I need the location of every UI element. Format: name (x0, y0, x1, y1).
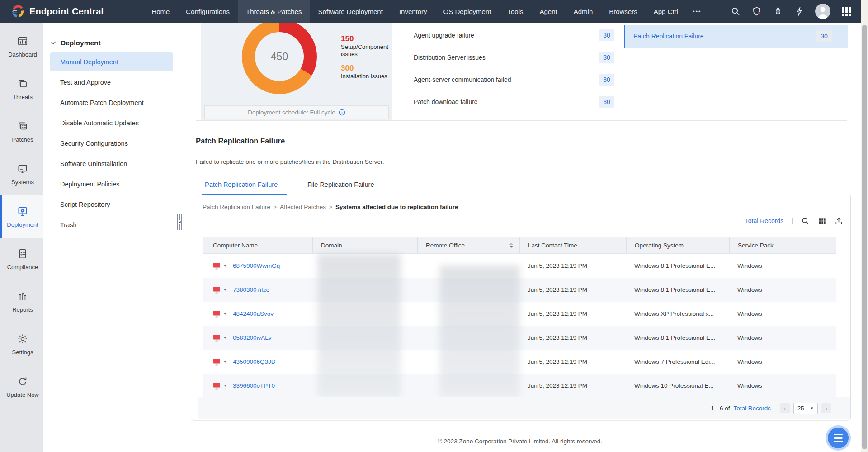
rail-item-deployment[interactable]: Deployment (0, 195, 43, 238)
rail-item-compliance[interactable]: Compliance (0, 238, 43, 281)
column-header-computer-name[interactable]: Computer Name (203, 237, 312, 253)
pagination-total-records-link[interactable]: Total Records (733, 405, 771, 412)
column-chooser-icon[interactable] (817, 216, 826, 225)
sidebar-item-automate-patch-deployment[interactable]: Automate Patch Deployment (50, 93, 173, 112)
failure-count-badge[interactable]: 30 (599, 52, 614, 63)
brand[interactable]: Endpoint Central (0, 5, 117, 18)
failure-item-distribution-server[interactable]: Distribution Server issues 30 (414, 46, 616, 68)
sidebar-section-header[interactable]: Deployment (43, 23, 179, 52)
rail-item-reports[interactable]: Reports (0, 281, 43, 323)
sort-icon[interactable] (509, 243, 513, 248)
total-records-link[interactable]: Total Records (745, 217, 784, 224)
computer-name-link[interactable]: 73803007ifzo (233, 286, 269, 293)
column-header-remote-office[interactable]: Remote Office (417, 237, 519, 253)
computer-name-link[interactable]: 0583200ivALv (233, 334, 272, 341)
nav-item-configurations[interactable]: Configurations (178, 0, 238, 23)
nav-item-inventory[interactable]: Inventory (391, 0, 435, 23)
rail-item-patches[interactable]: Patches (0, 110, 43, 153)
next-page-button[interactable]: › (821, 403, 831, 413)
failure-count-badge[interactable]: 30 (599, 29, 614, 41)
rail-item-settings[interactable]: Settings (0, 323, 43, 366)
legend-label-installation: Installation issues (341, 73, 394, 80)
sidebar-item-test-and-approve[interactable]: Test and Approve (50, 73, 173, 92)
apps-grid-icon[interactable] (841, 6, 852, 17)
nav-item-agent[interactable]: Agent (532, 0, 566, 23)
tab-file-replication-failure[interactable]: File Replication Failure (307, 181, 374, 188)
page: Endpoint Central Home Configurations Thr… (0, 0, 868, 452)
sidebar-header-label: Deployment (61, 39, 101, 47)
page-size-select[interactable]: 25 ▼ (793, 403, 818, 414)
row-dropdown-caret-icon[interactable]: ▼ (223, 288, 227, 292)
computer-name-link[interactable]: 43509006Q3JD (233, 358, 276, 365)
sidebar-item-trash[interactable]: Trash (50, 215, 173, 234)
failure-count-badge[interactable]: 30 (599, 74, 614, 86)
nav-more-ellipsis-icon[interactable]: ••• (686, 0, 708, 23)
failure-count-badge[interactable]: 30 (599, 96, 614, 108)
failure-item-patch-replication-selected[interactable]: Patch Replication Failure 30 (624, 25, 848, 48)
breadcrumb-link-patch-replication[interactable]: Patch Replication Failure (203, 204, 270, 210)
column-header-domain[interactable]: Domain (312, 237, 417, 253)
table-search-icon[interactable] (801, 216, 810, 225)
sidebar-item-deployment-policies[interactable]: Deployment Policies (50, 175, 173, 194)
row-dropdown-caret-icon[interactable]: ▼ (223, 384, 227, 388)
user-avatar[interactable] (815, 4, 830, 19)
nav-item-tools[interactable]: Tools (499, 0, 531, 23)
flash-icon[interactable] (794, 6, 805, 17)
sidebar-item-disable-automatic-updates[interactable]: Disable Automatic Updates (50, 114, 173, 133)
nav-item-browsers[interactable]: Browsers (601, 0, 646, 23)
row-dropdown-caret-icon[interactable]: ▼ (223, 336, 227, 340)
shield-icon[interactable] (751, 6, 762, 17)
export-icon[interactable] (834, 216, 843, 225)
sidebar-collapse-handle[interactable]: ◄ (177, 214, 182, 230)
breadcrumb-link-affected-patches[interactable]: Affected Patches (280, 204, 326, 210)
computer-monitor-icon[interactable] (213, 310, 221, 318)
nav-item-admin[interactable]: Admin (566, 0, 601, 23)
failure-item-patch-download[interactable]: Patch download failure 30 (414, 90, 616, 113)
nav-item-software-deployment[interactable]: Software Deployment (310, 0, 391, 23)
sidebar-item-security-configurations[interactable]: Security Configurations (50, 134, 173, 153)
failure-item-agent-upgrade[interactable]: Agent upgrade failure 30 (414, 24, 616, 46)
computer-name-link[interactable]: 3396600oTPT0 (233, 382, 275, 389)
sidebar-item-software-uninstallation[interactable]: Software Uninstallation (50, 154, 173, 173)
row-dropdown-caret-icon[interactable]: ▼ (223, 312, 227, 316)
computer-name-link[interactable]: 6875900WwmGq (233, 262, 280, 269)
rail-item-threats[interactable]: Threats (0, 68, 43, 110)
row-dropdown-caret-icon[interactable]: ▼ (223, 360, 227, 364)
computer-name-link[interactable]: 4842400aSvov (233, 310, 274, 317)
column-header-operating-system[interactable]: Operating System (626, 237, 729, 253)
remote-office-cell (417, 350, 519, 374)
computer-monitor-icon[interactable] (213, 262, 221, 270)
floating-menu-button[interactable] (828, 428, 849, 448)
computer-monitor-icon[interactable] (213, 382, 221, 390)
zoho-corporation-link[interactable]: Zoho Corporation Private Limited. (459, 438, 550, 445)
table-row: ▼ 43509006Q3JD Jun 5, 2023 12:19 PM Wind… (203, 350, 836, 374)
search-icon[interactable] (730, 6, 741, 17)
info-icon[interactable] (339, 109, 345, 116)
table-row: ▼ 0583200ivALv Jun 5, 2023 12:19 PM Wind… (203, 326, 836, 350)
scrollbar-thumb[interactable] (862, 25, 867, 449)
computer-monitor-icon[interactable] (213, 334, 221, 342)
sidebar-item-script-repository[interactable]: Script Repository (50, 195, 173, 214)
breadcrumb: Patch Replication Failure > Affected Pat… (203, 204, 458, 210)
nav-item-app-ctrl[interactable]: App Ctrl (646, 0, 686, 23)
row-dropdown-caret-icon[interactable]: ▼ (223, 264, 227, 268)
rocket-icon[interactable] (773, 6, 783, 17)
column-header-last-contact-time[interactable]: Last Contact Time (519, 237, 626, 253)
computer-monitor-icon[interactable] (213, 286, 221, 294)
sidebar-item-manual-deployment[interactable]: Manual Deployment (50, 52, 173, 71)
failure-item-agent-server-communication[interactable]: Agent-server communication failed 30 (414, 68, 616, 90)
nav-item-home[interactable]: Home (143, 0, 178, 23)
nav-item-threats-patches[interactable]: Threats & Patches (238, 0, 310, 23)
rail-label: Settings (12, 349, 33, 356)
nav-item-os-deployment[interactable]: OS Deployment (435, 0, 500, 23)
legend-value-installation: 300 (341, 64, 409, 73)
computer-monitor-icon[interactable] (213, 358, 221, 366)
column-header-service-pack[interactable]: Service Pack (729, 237, 836, 253)
selected-failure-count-badge[interactable]: 30 (816, 30, 832, 42)
rail-item-dashboard[interactable]: Dashboard (0, 25, 43, 68)
rail-item-update-now[interactable]: Update Now (0, 366, 43, 408)
previous-page-button[interactable]: ‹ (780, 403, 790, 413)
tab-patch-replication-failure[interactable]: Patch Replication Failure (205, 181, 278, 188)
donut-chart[interactable]: 450 (242, 19, 317, 94)
rail-item-systems[interactable]: Systems (0, 153, 43, 195)
